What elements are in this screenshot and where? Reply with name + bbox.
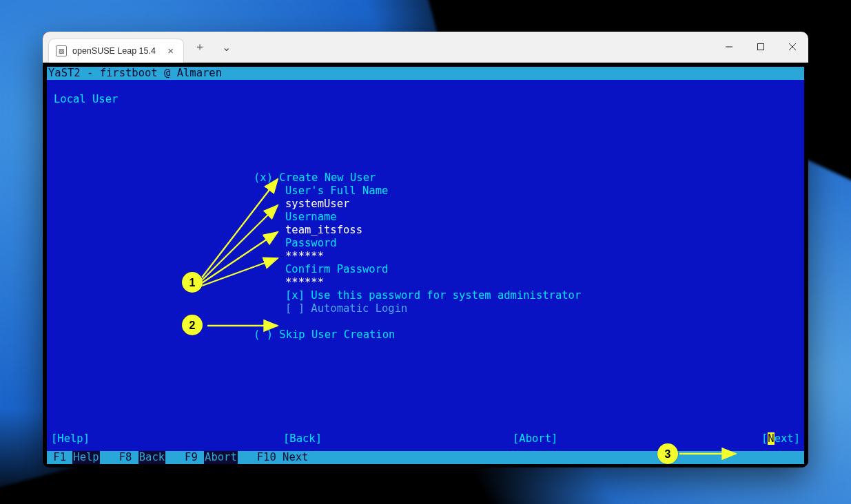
fkey-f10: F10	[257, 451, 276, 464]
window-chrome: ▧ openSUSE Leap 15.4 × ＋ ⌄	[43, 32, 808, 63]
tab-dropdown-button[interactable]: ⌄	[216, 36, 236, 57]
label-confirm-password: Confirm Password	[285, 263, 388, 276]
help-button[interactable]: [Help]	[51, 432, 90, 445]
window-controls	[713, 32, 808, 62]
fkey-footer: F1 Help F8 Back F9 Abort F10 Next	[47, 451, 804, 464]
annotation-3: 3	[657, 443, 678, 464]
label-password: Password	[285, 237, 337, 250]
input-username[interactable]: team_itsfoss	[285, 224, 362, 237]
tab-title: openSUSE Leap 15.4	[72, 46, 159, 56]
svg-rect-1	[758, 44, 764, 50]
input-full-name[interactable]: systemUser	[285, 198, 349, 211]
yast-titlebar: YaST2 - firstboot @ Almaren	[47, 67, 804, 80]
label-username: Username	[285, 211, 337, 224]
close-tab-icon[interactable]: ×	[165, 44, 176, 57]
yast-body: Local User (x) Create New User User's Fu…	[47, 80, 804, 451]
section-heading: Local User	[54, 93, 118, 106]
close-window-button[interactable]	[777, 32, 808, 62]
fkey-f9-label: Abort	[204, 451, 238, 464]
fkey-f9: F9	[185, 451, 198, 464]
terminal: YaST2 - firstboot @ Almaren Local User (…	[47, 67, 804, 464]
fkey-f8-label: Back	[139, 451, 165, 464]
fkey-f1-label: Help	[72, 451, 99, 464]
minimize-button[interactable]	[713, 32, 745, 62]
abort-button[interactable]: [Abort]	[513, 432, 557, 445]
input-confirm-password[interactable]: ******	[285, 276, 324, 289]
maximize-button[interactable]	[745, 32, 777, 62]
fkey-f10-label: Next	[283, 451, 308, 464]
back-button[interactable]: [Back]	[283, 432, 322, 445]
fkey-f1: F1	[53, 451, 66, 464]
next-button[interactable]: [Next]	[761, 432, 800, 445]
checkbox-automatic-login[interactable]: [ ] Automatic Login	[285, 302, 407, 315]
new-tab-button[interactable]: ＋	[189, 36, 210, 57]
app-window: ▧ openSUSE Leap 15.4 × ＋ ⌄	[43, 32, 808, 468]
fkey-f8: F8	[119, 451, 132, 464]
tab-favicon: ▧	[56, 45, 67, 56]
radio-skip-user-creation[interactable]: ( ) Skip User Creation	[254, 328, 395, 342]
input-password[interactable]: ******	[285, 250, 324, 263]
checkbox-use-password-for-admin[interactable]: [x] Use this password for system adminis…	[285, 289, 581, 302]
label-full-name: User's Full Name	[285, 185, 388, 198]
annotation-1: 1	[182, 272, 203, 293]
radio-create-new-user[interactable]: (x) Create New User	[254, 171, 376, 185]
annotation-2: 2	[182, 315, 203, 335]
browser-tab[interactable]: ▧ openSUSE Leap 15.4 ×	[48, 39, 184, 63]
